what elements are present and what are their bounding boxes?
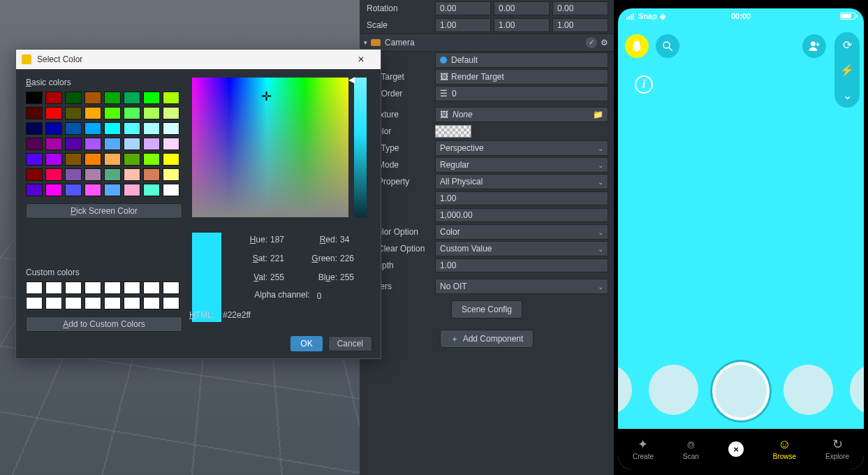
- hue-marker-icon[interactable]: ◀: [348, 75, 355, 85]
- depth-clear-option-dropdown[interactable]: Custom Value⌄: [435, 241, 608, 256]
- layers-dropdown[interactable]: Default: [435, 52, 608, 68]
- depth-mode-dropdown[interactable]: Regular⌄: [435, 157, 608, 173]
- gear-icon[interactable]: ⚙: [598, 37, 610, 48]
- color-swatch[interactable]: [124, 107, 140, 119]
- red-input[interactable]: [340, 233, 371, 246]
- add-component-button[interactable]: ＋Add Component: [440, 330, 534, 348]
- search-button[interactable]: [656, 34, 679, 58]
- near-field[interactable]: 1.00: [435, 191, 608, 205]
- nav-explore[interactable]: ↻Explore: [825, 438, 849, 460]
- color-swatch[interactable]: [45, 153, 62, 166]
- color-swatch[interactable]: [143, 122, 160, 135]
- color-swatch[interactable]: [143, 138, 160, 150]
- color-swatch[interactable]: [104, 92, 121, 104]
- color-swatch[interactable]: [124, 138, 140, 150]
- color-swatch[interactable]: [26, 168, 43, 181]
- color-swatch[interactable]: [26, 92, 43, 104]
- add-friend-button[interactable]: [802, 34, 826, 58]
- scale-x[interactable]: 1.00: [435, 18, 491, 32]
- flip-camera-button[interactable]: ⟳: [837, 35, 857, 54]
- color-swatch[interactable]: [65, 122, 82, 135]
- hue-slider[interactable]: ◀: [354, 78, 367, 217]
- expand-button[interactable]: ⌄: [837, 85, 857, 105]
- ok-button[interactable]: OK: [290, 336, 322, 351]
- color-swatch[interactable]: [45, 122, 62, 135]
- color-swatch[interactable]: [143, 168, 160, 181]
- nav-browse[interactable]: ☺Browse: [773, 438, 796, 460]
- color-swatch[interactable]: [45, 184, 62, 196]
- close-lens-button[interactable]: ✕: [728, 441, 744, 457]
- html-input[interactable]: [223, 309, 300, 321]
- color-swatch[interactable]: [26, 184, 43, 196]
- lens-item[interactable]: [784, 365, 832, 415]
- color-swatch[interactable]: [45, 92, 62, 104]
- rotation-x[interactable]: 0.00: [435, 1, 491, 15]
- far-field[interactable]: 1,000.00: [435, 208, 608, 222]
- color-swatch[interactable]: [163, 184, 179, 196]
- color-swatch[interactable]: [163, 122, 179, 135]
- color-swatch[interactable]: [143, 107, 160, 119]
- color-swatch[interactable]: [163, 92, 179, 104]
- close-icon[interactable]: ✕: [347, 54, 375, 64]
- lens-carousel[interactable]: [618, 365, 864, 418]
- color-swatch[interactable]: [143, 92, 160, 104]
- color-swatch[interactable]: [163, 153, 179, 166]
- clear-depth-field[interactable]: 1.00: [435, 258, 608, 272]
- preview-screen[interactable]: Snap ◈ 00:00 ⟳ ⚡ ⌄ i: [618, 8, 864, 469]
- val-input[interactable]: [270, 271, 301, 284]
- color-swatch[interactable]: [45, 168, 62, 181]
- add-custom-colors-button[interactable]: Add to Custom Colors: [26, 316, 182, 332]
- color-swatch[interactable]: [143, 153, 160, 166]
- cancel-button[interactable]: Cancel: [328, 336, 372, 351]
- color-swatch[interactable]: [124, 153, 140, 166]
- color-swatch[interactable]: [45, 138, 62, 150]
- color-swatch[interactable]: [26, 153, 43, 166]
- clear-color-swatch[interactable]: [435, 125, 471, 138]
- color-swatch[interactable]: [26, 122, 43, 135]
- scale-y[interactable]: 1.00: [494, 18, 550, 32]
- color-swatch[interactable]: [65, 107, 82, 119]
- nav-create[interactable]: ✦Create: [633, 438, 654, 460]
- color-swatch[interactable]: [45, 107, 62, 119]
- color-swatch[interactable]: [163, 107, 179, 119]
- color-swatch[interactable]: [124, 168, 140, 181]
- color-swatch[interactable]: [84, 153, 101, 166]
- rotation-z[interactable]: 0.00: [552, 1, 608, 15]
- color-swatch[interactable]: [124, 184, 140, 196]
- color-swatch[interactable]: [84, 138, 101, 150]
- color-swatch[interactable]: [104, 153, 121, 166]
- rotation-y[interactable]: 0.00: [494, 1, 550, 15]
- lens-item[interactable]: [850, 365, 864, 415]
- oit-dropdown[interactable]: No OIT⌄: [435, 279, 608, 294]
- hue-input[interactable]: [270, 233, 301, 246]
- color-swatch[interactable]: [124, 92, 140, 104]
- green-input[interactable]: [340, 252, 371, 265]
- color-swatch[interactable]: [65, 92, 82, 104]
- color-swatch[interactable]: [104, 107, 121, 119]
- clear-color-option-dropdown[interactable]: Color⌄: [435, 224, 608, 240]
- collapse-icon[interactable]: ▾: [360, 39, 371, 46]
- color-swatch[interactable]: [65, 153, 82, 166]
- color-swatch[interactable]: [84, 92, 101, 104]
- sv-gradient[interactable]: ✛: [192, 78, 348, 217]
- color-swatch[interactable]: [104, 184, 121, 196]
- color-swatch[interactable]: [65, 184, 82, 196]
- lens-item[interactable]: [618, 365, 632, 415]
- render-order-field[interactable]: ☰0: [435, 86, 608, 101]
- profile-button[interactable]: [625, 34, 649, 58]
- camera-type-dropdown[interactable]: Perspective⌄: [435, 140, 608, 156]
- color-swatch[interactable]: [65, 168, 82, 181]
- blue-input[interactable]: [340, 271, 371, 284]
- color-swatch[interactable]: [163, 168, 179, 181]
- folder-icon[interactable]: 📁: [593, 110, 603, 119]
- color-swatch[interactable]: [163, 138, 179, 150]
- dialog-titlebar[interactable]: Select Color ✕: [16, 50, 381, 69]
- info-button[interactable]: i: [635, 75, 653, 94]
- nav-scan[interactable]: ⌾Scan: [683, 438, 699, 460]
- capture-button[interactable]: [715, 365, 767, 418]
- alpha-input[interactable]: [317, 290, 348, 302]
- basic-colors-grid[interactable]: [26, 92, 182, 196]
- color-swatch[interactable]: [84, 168, 101, 181]
- pick-screen-color-button[interactable]: Pick Screen Color: [26, 203, 182, 219]
- color-swatch[interactable]: [84, 122, 101, 135]
